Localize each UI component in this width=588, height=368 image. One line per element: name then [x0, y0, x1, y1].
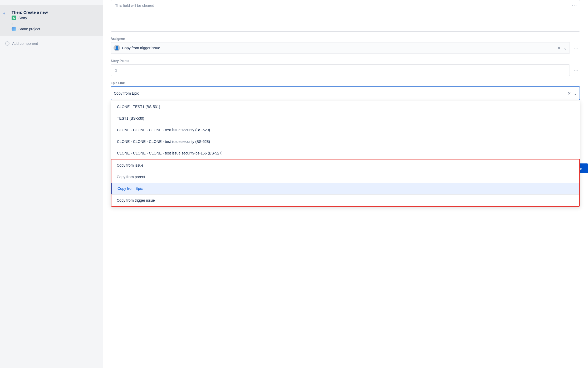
cleared-field-text: This field will be cleared: [115, 3, 154, 8]
assignee-row: 👤 Copy from trigger issue ✕ ⌄ ···: [111, 42, 580, 54]
dropdown-copy-issue[interactable]: Copy from issue: [111, 159, 579, 171]
dropdown-copy-epic[interactable]: Copy from Epic: [111, 183, 579, 194]
assignee-section: Assignee 👤 Copy from trigger issue ✕ ⌄ ·…: [111, 37, 580, 54]
assignee-select[interactable]: 👤 Copy from trigger issue ✕ ⌄: [111, 42, 570, 54]
dropdown-item-5[interactable]: CLONE - CLONE - CLONE - test issue secur…: [111, 147, 580, 159]
sidebar: + Then: Create a new S Story in Same pro…: [0, 0, 103, 368]
epic-link-section: Epic Link Copy from Epic ✕ ⌄ CLONE - TES…: [111, 81, 580, 100]
plus-icon: +: [3, 11, 6, 16]
cleared-field-section: This field will be cleared ···: [111, 0, 580, 32]
red-outline-section: Copy from issue Copy from parent Copy fr…: [111, 159, 580, 207]
epic-link-input-wrapper: Copy from Epic ✕ ⌄ CLONE - TEST1 (BS-531…: [111, 86, 580, 100]
epic-link-value: Copy from Epic: [114, 91, 565, 95]
dropdown-copy-parent[interactable]: Copy from parent: [111, 171, 579, 183]
story-points-input-wrapper: [111, 64, 570, 76]
in-label: in: [5, 21, 97, 26]
add-component-button[interactable]: Add component: [0, 36, 103, 51]
project-icon: [12, 27, 16, 31]
story-icon: S: [12, 16, 16, 20]
epic-link-label: Epic Link: [111, 81, 580, 85]
project-row: Same project: [5, 27, 97, 31]
epic-link-chevron-icon[interactable]: ⌄: [574, 91, 577, 96]
assignee-three-dots-icon[interactable]: ···: [572, 45, 580, 51]
assignee-input-wrapper: 👤 Copy from trigger issue ✕ ⌄: [111, 42, 570, 54]
assignee-avatar-icon: 👤: [114, 45, 120, 51]
project-label: Same project: [18, 27, 40, 31]
assignee-value: Copy from trigger issue: [122, 46, 555, 50]
story-row: S Story: [5, 16, 97, 20]
assignee-label: Assignee: [111, 37, 580, 41]
dropdown-item-4[interactable]: CLONE - CLONE - CLONE - test issue secur…: [111, 136, 580, 147]
sidebar-then-item[interactable]: + Then: Create a new S Story in Same pro…: [0, 5, 103, 36]
dropdown-item-2[interactable]: TEST1 (BS-530): [111, 113, 580, 124]
epic-link-row: Copy from Epic ✕ ⌄ CLONE - TEST1 (BS-531…: [111, 86, 580, 100]
assignee-chevron-icon[interactable]: ⌄: [564, 46, 567, 51]
dropdown-item-3[interactable]: CLONE - CLONE - CLONE - test issue secur…: [111, 124, 580, 136]
dropdown-copy-trigger[interactable]: Copy from trigger issue: [111, 194, 579, 206]
main-content: This field will be cleared ··· Assignee …: [103, 0, 588, 368]
story-points-section: Story Points ···: [111, 59, 580, 76]
epic-link-clear-icon[interactable]: ✕: [567, 90, 571, 96]
story-points-three-dots-icon[interactable]: ···: [572, 67, 580, 73]
story-label: Story: [18, 16, 27, 20]
header-three-dots-icon[interactable]: ···: [572, 2, 577, 8]
epic-link-select[interactable]: Copy from Epic ✕ ⌄: [111, 86, 580, 100]
epic-link-dropdown: CLONE - TEST1 (BS-531) TEST1 (BS-530) CL…: [111, 101, 580, 207]
story-points-label: Story Points: [111, 59, 580, 63]
then-create-label: Then: Create a new: [5, 10, 97, 14]
assignee-clear-icon[interactable]: ✕: [557, 45, 561, 51]
add-component-label: Add component: [12, 41, 38, 46]
dropdown-item-1[interactable]: CLONE - TEST1 (BS-531): [111, 101, 580, 113]
story-points-row: ···: [111, 64, 580, 76]
story-points-input[interactable]: [111, 64, 570, 76]
add-circle-icon: [5, 41, 9, 46]
